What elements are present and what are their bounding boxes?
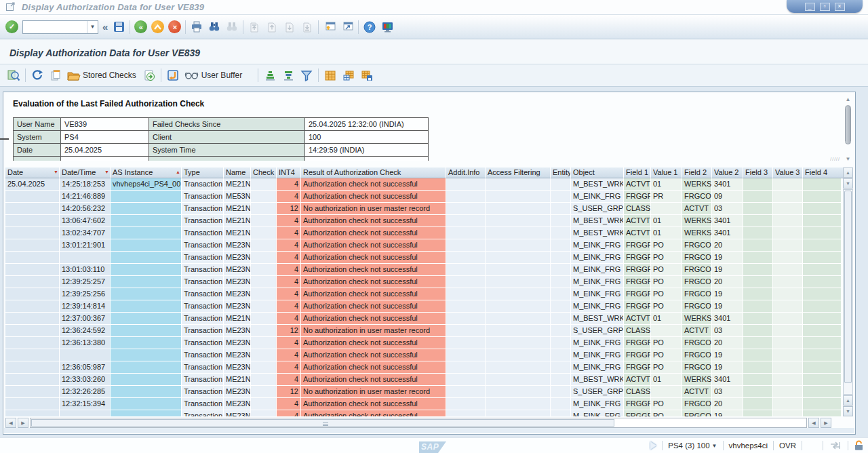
grid-cell-addit[interactable] (446, 239, 486, 252)
column-header-access[interactable]: Access Filtering (486, 168, 551, 178)
grid-cell-value1[interactable]: 01 (651, 227, 682, 239)
grid-cell-type[interactable]: Transaction (182, 215, 224, 227)
choose-layout-icon[interactable] (323, 68, 337, 82)
page-up-icon[interactable] (265, 20, 279, 34)
grid-cell-date[interactable] (5, 252, 60, 264)
column-header-date[interactable]: Date▼ (5, 168, 60, 178)
grid-cell-name[interactable]: ME23N (224, 300, 251, 313)
grid-cell-instance[interactable] (111, 313, 182, 325)
grid-cell-instance[interactable] (111, 349, 182, 361)
scroll-left-button[interactable]: ◀ (5, 418, 16, 428)
column-header-instance[interactable]: AS Instance▲ (111, 168, 182, 178)
grid-cell-time[interactable]: 12:36:24:592 (60, 325, 111, 337)
grid-cell-access[interactable] (486, 349, 551, 361)
grid-cell-result[interactable]: Authorization check not successful (301, 288, 446, 300)
grid-cell-result[interactable]: Authorization check not successful (301, 227, 446, 239)
grid-cell-check[interactable] (251, 313, 277, 325)
grid-cell-field4[interactable] (803, 215, 841, 227)
grid-cell-value1[interactable]: PO (651, 361, 682, 374)
grid-cell-value1[interactable]: PO (651, 398, 682, 410)
grid-cell-field1[interactable]: FRGGR (624, 276, 651, 288)
new-session-icon[interactable] (323, 20, 336, 34)
grid-cell-object[interactable]: M_EINK_FRG (571, 361, 624, 374)
grid-cell-addit[interactable] (446, 264, 486, 276)
grid-cell-object[interactable]: M_EINK_FRG (571, 252, 624, 264)
table-row[interactable]: 12:37:00:367TransactionME21N4Authorizati… (5, 313, 841, 325)
grid-cell-object[interactable]: M_BEST_WRK (571, 215, 624, 227)
grid-cell-time[interactable]: 12:37:00:367 (60, 313, 111, 325)
grid-cell-entity[interactable] (551, 337, 571, 349)
grid-cell-field1[interactable]: FRGGR (624, 349, 651, 361)
grid-cell-field3[interactable] (743, 386, 773, 398)
grid-cell-int4[interactable]: 4 (277, 239, 301, 252)
grid-cell-value2[interactable]: 20 (712, 398, 743, 410)
grid-cell-result[interactable]: Authorization check not successful (301, 264, 446, 276)
grid-cell-entity[interactable] (551, 325, 571, 337)
column-header-name[interactable]: Name (224, 168, 251, 178)
grid-cell-field4[interactable] (803, 410, 841, 416)
grid-cell-result[interactable]: Authorization check not successful (301, 191, 446, 203)
grid-cell-check[interactable] (251, 239, 277, 252)
grid-cell-value3[interactable] (773, 410, 803, 416)
grid-cell-field2[interactable]: FRGCO (682, 300, 712, 313)
grid-cell-check[interactable] (251, 410, 277, 416)
grid-cell-field2[interactable]: FRGCO (682, 239, 712, 252)
scroll-down-button[interactable]: ▼ (843, 406, 853, 416)
grid-cell-value3[interactable] (773, 398, 803, 410)
grid-cell-name[interactable]: ME23N (224, 288, 251, 300)
grid-cell-field4[interactable] (803, 288, 841, 300)
grid-cell-type[interactable]: Transaction (182, 398, 224, 410)
grid-cell-value3[interactable] (773, 191, 803, 203)
page-down-icon[interactable] (283, 20, 296, 34)
grid-cell-value3[interactable] (773, 325, 803, 337)
scroll-down-icon[interactable]: ▼ (846, 155, 851, 163)
grid-cell-check[interactable] (251, 349, 277, 361)
grid-cell-check[interactable] (251, 374, 277, 386)
grid-cell-field3[interactable] (743, 264, 773, 276)
grid-cell-entity[interactable] (551, 215, 571, 227)
grid-cell-value1[interactable]: 01 (651, 178, 682, 191)
grid-cell-entity[interactable] (551, 398, 571, 410)
grid-cell-instance[interactable] (111, 276, 182, 288)
grid-cell-type[interactable]: Transaction (182, 313, 224, 325)
grid-cell-addit[interactable] (446, 191, 486, 203)
grid-horizontal-scrollbar[interactable]: ◀ ▶ ◀ ▶ (5, 417, 841, 429)
grid-cell-object[interactable]: M_EINK_FRG (571, 276, 624, 288)
grid-cell-time[interactable]: 12:39:25:257 (60, 276, 111, 288)
grid-cell-value1[interactable]: PO (651, 288, 682, 300)
grid-cell-object[interactable]: M_EINK_FRG (571, 288, 624, 300)
grid-cell-instance[interactable] (111, 203, 182, 215)
grid-cell-result[interactable]: No authorization in user master record (301, 325, 446, 337)
table-row[interactable]: 13:06:47:602TransactionME21N4Authorizati… (5, 215, 841, 227)
scroll-up-button[interactable]: ▲ (843, 395, 853, 406)
grid-cell-int4[interactable]: 4 (277, 288, 301, 300)
grid-cell-access[interactable] (486, 337, 551, 349)
grid-cell-entity[interactable] (551, 386, 571, 398)
grid-cell-time[interactable]: 12:32:26:285 (60, 386, 111, 398)
export-icon[interactable] (142, 68, 156, 82)
evaluation-vertical-scrollbar[interactable]: ▲ ▼ (844, 96, 852, 163)
grid-cell-date[interactable] (5, 276, 60, 288)
column-header-check[interactable]: Check (251, 168, 277, 178)
grid-cell-value2[interactable]: 3401 (712, 313, 743, 325)
grid-cell-access[interactable] (486, 398, 551, 410)
grid-cell-field1[interactable]: FRGGR (624, 398, 651, 410)
command-dropdown-icon[interactable]: ▼ (87, 21, 98, 33)
grid-cell-int4[interactable]: 4 (277, 410, 301, 416)
cancel-button[interactable]: × (168, 20, 181, 33)
grid-cell-field3[interactable] (743, 337, 773, 349)
grid-cell-field2[interactable]: FRGCO (682, 410, 712, 416)
column-header-field2[interactable]: Field 2 (682, 168, 712, 178)
change-layout-icon[interactable] (342, 68, 355, 82)
grid-cell-instance[interactable] (111, 398, 182, 410)
grid-cell-value1[interactable]: PO (651, 410, 682, 416)
grid-cell-field3[interactable] (743, 215, 773, 227)
back-button[interactable]: « (134, 20, 147, 33)
grid-cell-addit[interactable] (446, 374, 486, 386)
grid-cell-field4[interactable] (803, 300, 841, 313)
table-row[interactable]: 12:39:25:257TransactionME23N4Authorizati… (5, 276, 841, 288)
column-header-field3[interactable]: Field 3 (743, 168, 773, 178)
grid-cell-value2[interactable]: 19 (712, 300, 743, 313)
scrollbar-thumb[interactable] (31, 419, 614, 427)
grid-cell-result[interactable]: Authorization check not successful (301, 276, 446, 288)
